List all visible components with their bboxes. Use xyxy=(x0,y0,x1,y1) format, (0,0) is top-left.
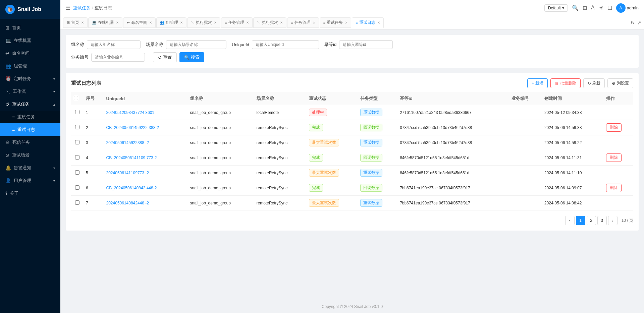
fullscreen-icon[interactable]: ⊞ xyxy=(583,5,587,11)
tab-close-icon[interactable]: ✕ xyxy=(280,21,283,24)
row-unique-id: 20240512093437724 3601 xyxy=(104,105,187,120)
col-scene: 场景名称 xyxy=(254,92,307,105)
row-task-type: 回调数据 xyxy=(358,180,397,196)
tab-close-icon[interactable]: ✕ xyxy=(81,21,84,24)
row-group: snail_job_demo_group xyxy=(187,105,254,120)
refresh-button[interactable]: ↻ 刷新 xyxy=(583,78,605,88)
row-task-type: 重试数据 xyxy=(358,105,397,120)
page-1-button[interactable]: 1 xyxy=(576,216,585,225)
layout-icon[interactable]: ☐ xyxy=(607,5,612,11)
sidebar-item-retry-task-sub[interactable]: ≡ 重试任务 xyxy=(0,111,60,123)
sidebar-item-retry-scene[interactable]: ⊙ 重试场景 xyxy=(0,149,60,162)
sidebar-item-scheduled[interactable]: ⏰ 定时任务 ▾ xyxy=(0,72,60,85)
unique-id-link[interactable]: 20240506140842448 -2 xyxy=(106,201,149,205)
search-icon[interactable]: 🔍 xyxy=(572,5,579,11)
unique-id-link[interactable]: 20240506145922388 -2 xyxy=(106,140,149,145)
sidebar-item-about[interactable]: ℹ 关于 xyxy=(0,187,60,200)
batch-delete-button[interactable]: 🗑 批量删除 xyxy=(550,78,581,88)
tab-home[interactable]: ⊞ 首页 ✕ xyxy=(63,17,88,28)
unique-id-link[interactable]: 20240512093437724 3601 xyxy=(106,110,154,115)
tab-close-icon[interactable]: ✕ xyxy=(214,21,217,24)
row-checkbox[interactable] xyxy=(75,140,79,144)
row-status: 最大重试次数 xyxy=(306,196,358,210)
sidebar-item-retry-log[interactable]: ≡ 重试日志 xyxy=(0,123,60,136)
unique-id-link[interactable]: 20240506141109773 -2 xyxy=(106,171,149,175)
tab-close-icon[interactable]: ✕ xyxy=(313,21,315,24)
sidebar-item-workflow[interactable]: ⋱ 工作流 ▾ xyxy=(0,85,60,98)
unique-id-link[interactable]: CB_202405061459222 388-2 xyxy=(106,125,159,130)
tab-group[interactable]: 👥 组管理 ✕ xyxy=(156,17,186,28)
row-status: 完成 xyxy=(306,150,358,166)
tab-online[interactable]: 💻 在线机器 ✕ xyxy=(88,17,122,28)
col-settings-button[interactable]: ⚙ 列设置 xyxy=(607,78,633,88)
tab-close-icon[interactable]: ✕ xyxy=(180,21,183,24)
prev-page-button[interactable]: ‹ xyxy=(565,216,575,225)
expand-tabs-icon[interactable]: ⤢ xyxy=(637,20,641,25)
theme-icon[interactable]: ☀ xyxy=(599,5,603,11)
delete-icon: 🗑 xyxy=(555,81,559,86)
tab-close-icon[interactable]: ✕ xyxy=(377,21,380,24)
user-menu[interactable]: A admin xyxy=(616,3,639,13)
row-checkbox[interactable] xyxy=(75,125,79,129)
sidebar-item-retry-task[interactable]: ↺ 重试任务 ▴ xyxy=(0,98,60,111)
content-area: 组名称 场景名称 UniqueId 幂等id 业务编号 xyxy=(60,29,644,300)
sidebar-item-group[interactable]: 👥 组管理 xyxy=(0,60,60,72)
translate-icon[interactable]: A xyxy=(591,5,595,11)
refresh-tabs-icon[interactable]: ↻ xyxy=(631,20,635,25)
tab-task-mgmt[interactable]: ≡ 任务管理 ✕ xyxy=(221,17,253,28)
row-status: 最大重试次数 xyxy=(306,135,358,150)
sidebar-item-label: 组管理 xyxy=(14,63,27,69)
sidebar-item-label: 在线机器 xyxy=(14,38,31,44)
tab-exec-batch[interactable]: ⋱ 执行批次 ✕ xyxy=(187,17,220,28)
tab-close-icon[interactable]: ✕ xyxy=(116,21,119,24)
sidebar-item-label: 告警通知 xyxy=(14,165,31,171)
sidebar-item-namespace[interactable]: ↩ 命名空间 xyxy=(0,47,60,60)
tab-retry-task[interactable]: ≡ 重试任务 ✕ xyxy=(320,17,351,28)
search-button[interactable]: 🔍 搜索 xyxy=(179,52,204,62)
scene-name-input[interactable] xyxy=(166,40,226,49)
row-checkbox[interactable] xyxy=(75,155,79,160)
sidebar-item-alert[interactable]: 🔔 告警通知 ▾ xyxy=(0,162,60,174)
page-3-button[interactable]: 3 xyxy=(597,216,607,225)
breadcrumb-parent[interactable]: 重试任务 xyxy=(73,5,91,11)
tab-task-mgmt2[interactable]: ≡ 任务管理 ✕ xyxy=(287,17,319,28)
row-checkbox[interactable] xyxy=(75,110,79,114)
group-name-input[interactable] xyxy=(87,40,141,49)
row-checkbox[interactable] xyxy=(75,170,79,175)
tab-namespace[interactable]: ↩ 命名空间 ✕ xyxy=(123,17,156,28)
row-checkbox[interactable] xyxy=(75,200,79,205)
sidebar-logo[interactable]: 🐌 Snail Job xyxy=(0,0,60,19)
unique-id-link[interactable]: CB_20240506141109 773-2 xyxy=(106,155,157,160)
add-button[interactable]: + 新增 xyxy=(527,78,548,88)
next-page-button[interactable]: › xyxy=(608,216,618,225)
topbar-left: ☰ 重试任务 / 重试日志 xyxy=(66,5,540,11)
sidebar-item-online-machines[interactable]: 💻 在线机器 xyxy=(0,34,60,47)
row-biz-no xyxy=(509,196,542,210)
tab-close-icon[interactable]: ✕ xyxy=(345,21,347,24)
select-all-checkbox[interactable] xyxy=(74,96,78,100)
biz-no-input[interactable] xyxy=(91,53,145,62)
tab-close-icon[interactable]: ✕ xyxy=(246,21,249,24)
menu-toggle-icon[interactable]: ☰ xyxy=(66,5,70,11)
sidebar-item-dead-task[interactable]: ☠ 死信任务 xyxy=(0,136,60,149)
tab-exec-batch2[interactable]: ⋱ 执行批次 ✕ xyxy=(253,17,286,28)
row-checkbox[interactable] xyxy=(75,185,79,190)
tab-icon: ⋱ xyxy=(191,20,195,25)
delete-button[interactable]: 删除 xyxy=(606,153,622,162)
unique-id-link[interactable]: CB_20240506140842 448-2 xyxy=(106,186,157,190)
tab-icon: ≡ xyxy=(356,21,358,25)
delete-button[interactable]: 删除 xyxy=(606,184,622,192)
row-seq: 1 xyxy=(83,105,104,120)
sidebar-item-home[interactable]: ⊞ 首页 xyxy=(0,21,60,34)
tab-retry-log[interactable]: ≡ 重试日志 ✕ xyxy=(352,17,383,28)
reset-button[interactable]: ↺ 重置 xyxy=(153,52,177,62)
unique-id-input[interactable] xyxy=(252,40,319,49)
sidebar-item-user-mgmt[interactable]: 👤 用户管理 ▾ xyxy=(0,174,60,187)
tab-close-icon[interactable]: ✕ xyxy=(149,21,152,24)
namespace-selector[interactable]: Default ▾ xyxy=(544,4,568,12)
row-action xyxy=(603,135,633,150)
curtain-id-input[interactable] xyxy=(339,40,393,49)
page-2-button[interactable]: 2 xyxy=(587,216,596,225)
task-type-badge: 重试数据 xyxy=(360,199,382,207)
delete-button[interactable]: 删除 xyxy=(606,123,622,132)
